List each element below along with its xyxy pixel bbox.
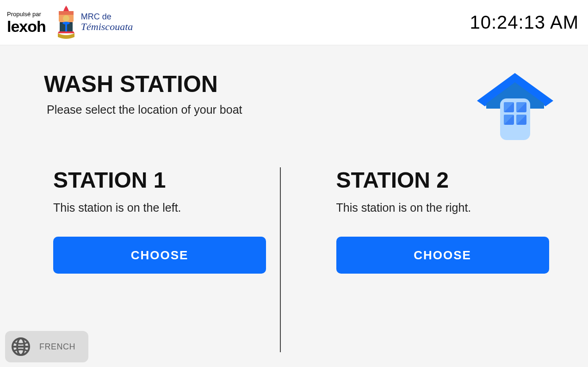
home-icon[interactable] [477,71,553,144]
powered-by-label: Propulsé par [7,11,46,18]
partner-text: MRC de Témiscouata [81,12,133,33]
svg-point-2 [63,15,69,22]
svg-point-4 [62,22,70,24]
language-label: FRENCH [39,342,75,352]
partner-logo: MRC de Témiscouata [55,5,133,41]
station-1-title: STATION 1 [53,167,271,193]
station-1: STATION 1 This station is on the left. C… [53,167,280,352]
header-left: Propulsé par lexoh MRC de [7,5,133,41]
main-content: WASH STATION Please select the location … [0,45,588,352]
station-1-description: This station is on the left. [53,201,271,214]
station-2-description: This station is on the right. [336,201,554,214]
station-2-choose-button[interactable]: CHOOSE [336,237,549,274]
partner-badge-icon [55,5,77,41]
page-title: WASH STATION [44,71,242,98]
title-block: WASH STATION Please select the location … [44,71,242,116]
lexoh-logo: lexoh [7,18,46,34]
station-2: STATION 2 This station is on the right. … [281,167,554,352]
title-row: WASH STATION Please select the location … [44,71,553,144]
stations-row: STATION 1 This station is on the left. C… [44,167,553,352]
clock: 10:24:13 AM [470,12,579,33]
header: Propulsé par lexoh MRC de [0,0,588,45]
station-2-title: STATION 2 [336,167,554,193]
station-1-choose-button[interactable]: CHOOSE [53,237,266,274]
svg-rect-1 [59,11,74,15]
page-subtitle: Please select the location of your boat [44,103,242,116]
language-button[interactable]: FRENCH [5,331,88,362]
partner-text-bottom: Témiscouata [81,21,133,32]
globe-icon [11,336,31,357]
partner-text-top: MRC de [81,12,133,22]
powered-by-block: Propulsé par lexoh [7,11,46,34]
